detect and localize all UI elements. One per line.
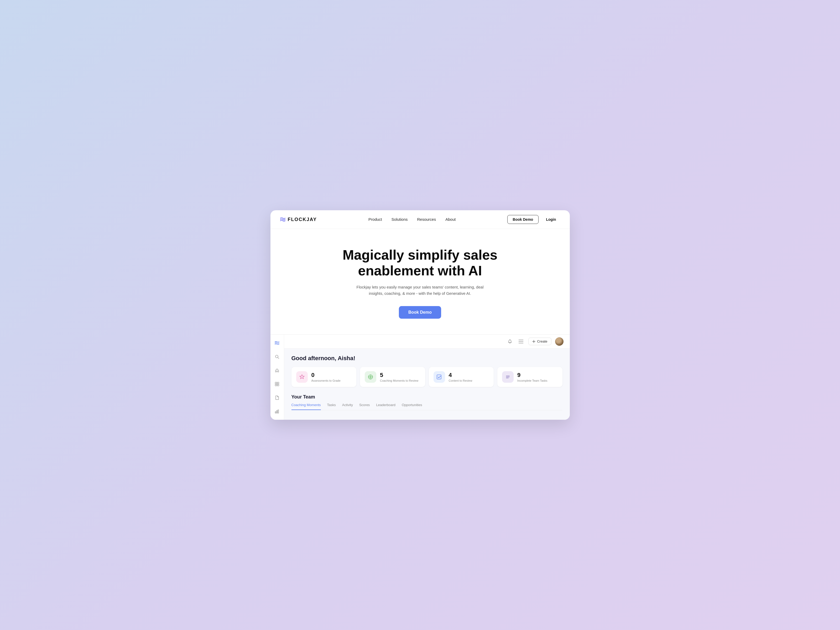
sidebar-logo-icon[interactable] (273, 339, 281, 347)
tab-tasks[interactable]: Tasks (327, 403, 336, 410)
svg-rect-6 (275, 412, 276, 413)
sidebar-search-icon[interactable] (273, 353, 281, 361)
stat-card-assessments: 0 Assessments to Grade (292, 367, 357, 387)
nav-links: Product Solutions Resources About (368, 217, 456, 222)
brand-name: FLOCKJAY (288, 217, 317, 222)
svg-rect-5 (277, 384, 279, 386)
stat-info-content: 4 Content to Review (449, 372, 472, 382)
tab-coaching-moments[interactable]: Coaching Moments (292, 403, 321, 410)
logo[interactable]: FLOCKJAY (280, 217, 317, 222)
stat-info-assessments: 0 Assessments to Grade (311, 372, 341, 382)
nav-item-resources[interactable]: Resources (417, 217, 436, 222)
nav-actions: Book Demo Login (507, 215, 561, 224)
sidebar-chart-icon[interactable] (273, 407, 281, 416)
menu-icon[interactable] (517, 338, 525, 345)
sidebar-file-icon[interactable] (273, 394, 281, 402)
dashboard-preview: Create Good afternoon, Aisha! (270, 334, 570, 420)
tasks-number: 9 (517, 372, 548, 378)
dashboard-body: Good afternoon, Aisha! 0 Assessments to … (284, 349, 570, 417)
stats-grid: 0 Assessments to Grade (292, 367, 562, 387)
tasks-icon-wrap (502, 371, 514, 383)
svg-rect-20 (437, 375, 441, 379)
sidebar-home-icon[interactable] (273, 366, 281, 375)
svg-rect-7 (276, 411, 277, 413)
nav-item-product[interactable]: Product (368, 217, 382, 222)
sidebar (270, 335, 284, 420)
svg-point-9 (510, 339, 510, 340)
book-demo-hero-button[interactable]: Book Demo (399, 306, 441, 319)
tab-opportunities[interactable]: Opportunities (402, 403, 422, 410)
login-button[interactable]: Login (542, 215, 560, 224)
content-number: 4 (449, 372, 472, 378)
svg-rect-3 (277, 382, 279, 384)
svg-rect-4 (275, 384, 277, 386)
svg-rect-2 (275, 382, 277, 384)
svg-line-1 (278, 358, 279, 359)
notification-icon[interactable] (506, 338, 514, 345)
nav-link-resources[interactable]: Resources (417, 217, 436, 222)
stat-info-tasks: 9 Incomplete Team Tasks (517, 372, 548, 382)
hero-title: Magically simplify sales enablement with… (341, 247, 499, 279)
nav-link-product[interactable]: Product (368, 217, 382, 222)
assessments-icon-wrap (296, 371, 308, 383)
svg-point-15 (370, 377, 371, 377)
assessments-number: 0 (311, 372, 341, 378)
stat-card-tasks: 9 Incomplete Team Tasks (497, 367, 562, 387)
team-tabs: Coaching Moments Tasks Activity Scores L… (292, 403, 562, 410)
tab-activity[interactable]: Activity (342, 403, 353, 410)
create-label: Create (537, 339, 547, 343)
create-button[interactable]: Create (528, 337, 551, 345)
stat-info-coaching: 5 Coaching Moments to Review (380, 372, 418, 382)
sidebar-grid-icon[interactable] (273, 380, 281, 388)
hero-section: Magically simplify sales enablement with… (270, 229, 570, 334)
greeting-text: Good afternoon, Aisha! (292, 355, 562, 362)
main-card: FLOCKJAY Product Solutions Resources Abo… (270, 210, 570, 420)
content-icon-wrap (434, 371, 445, 383)
content-label: Content to Review (449, 379, 472, 382)
tab-scores[interactable]: Scores (359, 403, 370, 410)
book-demo-nav-button[interactable]: Book Demo (507, 215, 539, 224)
svg-rect-8 (278, 410, 279, 413)
tasks-label: Incomplete Team Tasks (517, 379, 548, 382)
logo-icon (280, 217, 286, 222)
dashboard-topbar: Create (284, 335, 570, 349)
avatar-image (555, 337, 564, 346)
user-avatar[interactable] (555, 337, 564, 346)
nav-item-about[interactable]: About (445, 217, 456, 222)
nav-link-about[interactable]: About (445, 217, 456, 222)
stat-card-content: 4 Content to Review (429, 367, 494, 387)
nav-item-solutions[interactable]: Solutions (392, 217, 408, 222)
navbar: FLOCKJAY Product Solutions Resources Abo… (270, 210, 570, 229)
coaching-number: 5 (380, 372, 418, 378)
assessments-label: Assessments to Grade (311, 379, 341, 382)
dashboard-content: Create Good afternoon, Aisha! (284, 335, 570, 420)
hero-subtitle: Flockjay lets you easily manage your sal… (352, 284, 488, 297)
coaching-icon-wrap (365, 371, 376, 383)
coaching-label: Coaching Moments to Review (380, 379, 418, 382)
nav-link-solutions[interactable]: Solutions (392, 217, 408, 222)
tab-leaderboard[interactable]: Leaderboard (376, 403, 395, 410)
stat-card-coaching: 5 Coaching Moments to Review (360, 367, 425, 387)
team-section-title: Your Team (292, 394, 562, 400)
